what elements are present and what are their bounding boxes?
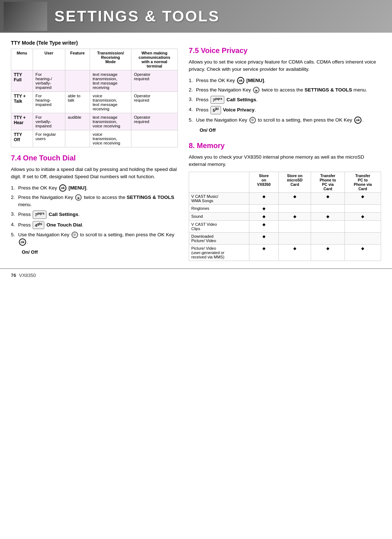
tty-row-full-feature [65,70,90,92]
mem-cell: ◆ [278,245,311,261]
step-num: 2. [11,194,15,201]
mem-cell: ◆ [278,213,311,221]
section-74-steps: 1. Press the OK Key ok [MENU]. 2. Press … [11,184,178,246]
header-image [4,2,47,31]
mem-cell: ◆ [344,245,381,261]
table-row: TTYFull Forhearing-/verbally-impaired te… [11,70,178,92]
section-8-body: Allows you to check your VX8350 internal… [189,154,381,168]
step-num: 4. [11,221,15,228]
page-footer: 76 VX8350 [0,268,392,282]
step-num: 3. [11,211,15,218]
ok-key-icon-2: ok [19,238,26,246]
mem-item-ringtones: Ringtones [189,205,249,213]
tty-col-mode: Transmission/ReceivingMode [90,49,131,70]
mem-item-vcast-video: V CAST VideoClips [189,221,249,233]
step-num: 5. [189,117,193,124]
step-num: 4. [189,106,193,113]
tty-section: TTY Mode (Tele Type writer) Menu User Fe… [11,40,178,147]
mem-cell [278,221,311,233]
tty-col-menu: Menu [11,49,33,70]
tty-row-hear-label: TTY +Hear [11,113,33,130]
list-item: 1. Press the OK Key ok [MENU]. [189,77,381,84]
tty-table: Menu User Feature Transmission/Receiving… [11,49,178,147]
mem-item-picture-video: Picture/ Video(user-generated orreceived… [189,245,249,261]
tty-row-hear-feature: audible [65,113,90,130]
tty-row-full-user: Forhearing-/verbally-impaired [33,70,65,92]
key-5-btn: 5jkl [211,106,221,114]
mem-col-transfer-to-pc: TransferPhone toPC viaCard [311,172,345,193]
tty-row-talk-mode: voicetransmission,text messagereceiving [90,92,131,113]
mem-cell: ◆ [344,213,381,221]
table-row: V CAST VideoClips ◆ [189,221,381,233]
page-number: 76 [11,273,16,278]
mem-col-store-vx: StoreonVX8350 [249,172,278,193]
tty-row-off-user: For regularusers [33,130,65,147]
list-item: 4. Press 4ghi One Touch Dial. [11,221,178,229]
mem-cell: ◆ [278,193,311,205]
tty-row-off-label: TTYOff [11,130,33,147]
tty-row-talk-label: TTY +Talk [11,92,33,113]
mem-cell: ◆ [249,205,278,213]
table-row: DownloadedPicture/ Video ◆ [189,233,381,245]
key-7-btn: 7pqrs [33,211,46,219]
list-item: 5. Use the Navigation Key ⊙ to scroll to… [11,231,178,246]
mem-cell [278,233,311,245]
tty-row-hear-mode: text messagetransmission,voice receiving [90,113,131,130]
list-item: 2. Press the Navigation Key twice to acc… [11,194,178,209]
list-item: 3. Press 7pqrs Call Settings. [11,211,178,219]
mem-cell [311,221,345,233]
tty-row-off-mode: voicetransmission,voice receiving [90,130,131,147]
tty-row-talk-terminal: Operatorrequired [131,92,177,113]
mem-cell [311,233,345,245]
section-75-title: 7.5 Voice Privacy [189,46,381,55]
mem-item-sound: Sound [189,213,249,221]
table-row: Ringtones ◆ [189,205,381,213]
table-row: V CAST Music/WMA Songs ◆ ◆ ◆ ◆ [189,193,381,205]
mem-cell [278,205,311,213]
section-75-steps: 1. Press the OK Key ok [MENU]. 2. Press … [189,77,381,124]
mem-cell [311,205,345,213]
list-item: 3. Press 7pqrs Call Settings. [189,96,381,104]
tty-row-full-mode: text messagetransmission,text messagerec… [90,70,131,92]
mem-cell [344,221,381,233]
tty-row-full-terminal: Operatorrequired [131,70,177,92]
step-num: 1. [11,184,15,192]
section-8-title: 8. Memory [189,142,381,150]
tty-row-off-terminal [131,130,177,147]
mem-cell [344,233,381,245]
step-num: 1. [189,77,193,84]
ok-key-icon-3: ok [237,77,244,84]
left-column: TTY Mode (Tele Type writer) Menu User Fe… [11,40,178,261]
section-8: 8. Memory Allows you to check your VX835… [189,142,381,261]
key-4-btn: 4ghi [33,221,44,229]
nav-5way-icon: ⊙ [72,232,78,238]
mem-cell: ◆ [311,193,345,205]
table-row: TTYOff For regularusers voicetransmissio… [11,130,178,147]
table-row: Sound ◆ ◆ ◆ ◆ [189,213,381,221]
section-75: 7.5 Voice Privacy Allows you to set the … [189,46,381,133]
section-74: 7.4 One Touch Dial Allows you to initiat… [11,154,178,255]
on-off-label-2: On/ Off [200,127,381,133]
nav-5way-icon-2: ⊙ [249,117,256,123]
tty-col-user: User [33,49,65,70]
tty-row-full-label: TTYFull [11,70,33,92]
list-item: 2. Press the Navigation Key twice to acc… [189,86,381,94]
mem-cell [344,205,381,213]
table-row: TTY +Hear Forverbally-impaired audible t… [11,113,178,130]
section-75-body: Allows you to set the voice privacy feat… [189,58,381,73]
mem-cell: ◆ [249,221,278,233]
on-off-label: On/ Off [22,249,178,255]
mem-cell: ◆ [344,193,381,205]
mem-cell: ◆ [249,233,278,245]
list-item: 5. Use the Navigation Key ⊙ to scroll to… [189,117,381,124]
mem-col-transfer-to-phone: TransferPC toPhone viaCard [344,172,381,193]
mem-item-downloaded: DownloadedPicture/ Video [189,233,249,245]
step-num: 2. [189,86,193,94]
tty-col-feature: Feature [65,49,90,70]
section-74-title: 7.4 One Touch Dial [11,154,178,162]
section-74-body: Allows you to initiate a speed dial call… [11,166,178,181]
page-header: SETTINGS & TOOLS [0,0,392,33]
ok-key-icon-4: ok [354,117,362,124]
mem-item-vcast-music: V CAST Music/WMA Songs [189,193,249,205]
mem-cell: ◆ [311,245,345,261]
